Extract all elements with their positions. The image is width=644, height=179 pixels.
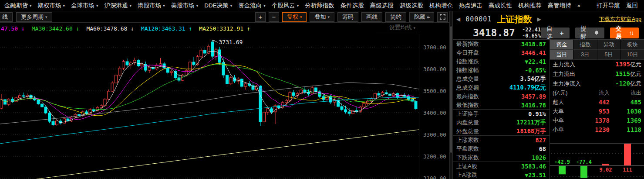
menu-item-个股风云[interactable]: 个股风云▾ <box>272 2 299 10</box>
tab-3日[interactable]: 3日 <box>573 50 597 60</box>
flow-unit: 亿元 <box>630 61 641 69</box>
chevron-down-icon: ▾ <box>163 3 165 8</box>
data-row-value: 827 <box>536 137 546 144</box>
adjust-button[interactable]: 复权▾ <box>282 12 307 22</box>
data-row-今日开盘: 今日开盘3446.41 <box>453 48 550 57</box>
ma-indicator-row: 47.50 ↓MA30:3442.60 ↓MA60:3478.68 ↓MA120… <box>0 23 449 34</box>
svg-text:3300.00: 3300.00 <box>423 131 446 138</box>
menu-item-机构增仓[interactable]: 机构增仓 <box>429 2 453 10</box>
menu-item-返回[interactable]: 返回 <box>626 2 638 10</box>
more-periods-dropdown[interactable]: 更多周期 ▾ <box>16 12 52 22</box>
data-row-平盘家数: 平盘家数68 <box>453 145 550 153</box>
data-row-value: 18168万手 <box>516 127 546 135</box>
data-row-内盘总量: 内盘总量17211万手 <box>453 118 550 127</box>
menu-item-热点追击[interactable]: 热点追击 <box>459 2 482 10</box>
data-row-label: 指数涨幅 <box>456 66 479 74</box>
menu-item-DDE决策[interactable]: DDE决策▾ <box>204 2 232 10</box>
menu-item-港股市场[interactable]: 港股市场▾ <box>138 2 165 10</box>
outflow-value: 485 <box>610 99 641 106</box>
tab-板块[interactable]: 板块 <box>621 40 644 50</box>
bar-chart-svg: -42.9-77.49.02111 <box>550 143 644 178</box>
menu-item-全球市场[interactable]: 全球市场▾ <box>71 2 98 10</box>
alert-button[interactable]: 提醒 <box>575 28 604 38</box>
chart-toolbar: 线 更多周期 ▾ +−复权▾叠加▾筹码画线简约隐藏▸▸ <box>0 11 449 23</box>
tab-资金[interactable]: 资金 <box>550 40 573 50</box>
panel-scrollbar[interactable] <box>449 11 453 179</box>
tab-当日[interactable]: 当日 <box>550 50 573 60</box>
data-row-label: 平盘家数 <box>456 145 479 153</box>
data-row-value: 1026 <box>532 154 546 161</box>
flow-period-tabs: 当日3日5日10日 <box>550 50 644 60</box>
tab-指数[interactable]: 指数 <box>573 40 597 50</box>
data-row-label: 下跌家数 <box>456 154 479 162</box>
flow-size-label: 大单 <box>553 107 578 115</box>
flow-amount: 1515 <box>615 70 630 77</box>
menu-item-美股市场[interactable]: 美股市场▾ <box>171 2 199 10</box>
ma-label: MA30:3442.60 ↓ <box>32 25 80 32</box>
menu-overflow-icon[interactable]: » <box>577 2 580 9</box>
menu-item-分析师指数[interactable]: 分析师指数 <box>305 2 334 10</box>
bar-value-label: 111 <box>623 167 632 173</box>
tab-10日[interactable]: 10日 <box>621 50 644 60</box>
watch-label: 自选 <box>546 25 557 41</box>
stock-name: 上证指数 <box>497 14 532 25</box>
data-row-外盘总量: 外盘总量18168万手 <box>453 127 550 136</box>
menu-item-超级选股[interactable]: 超级选股 <box>400 2 423 10</box>
menu-item-沪深港通[interactable]: 沪深港通▾ <box>105 2 132 10</box>
stock-terminal: 金融期货▾期权市场▾全球市场▾沪深港通▾港股市场▾美股市场▾DDE决策▾资金流向… <box>0 0 644 179</box>
prev-stock-arrow-icon[interactable]: ◀ <box>456 16 460 22</box>
fullscreen-button[interactable] <box>437 12 448 22</box>
draw-line-button[interactable]: 画线 <box>361 12 382 22</box>
inflow-value: 953 <box>578 108 610 115</box>
menu-item-期权市场[interactable]: 期权市场▾ <box>38 2 65 10</box>
tab-异动[interactable]: 异动 <box>597 40 621 50</box>
download-app-link[interactable]: 下载东方财富App <box>599 16 641 23</box>
hide-panel-button[interactable]: 隐藏▸▸ <box>409 12 434 22</box>
zoom-in-button[interactable]: + <box>255 12 266 22</box>
menu-item-高级选股[interactable]: 高级选股 <box>370 2 394 10</box>
net-flow-bar-chart: -42.9-77.49.02111 <box>550 143 644 179</box>
scrollbar-thumb[interactable] <box>450 26 452 153</box>
flow-row-value: 1515亿元 <box>615 70 641 78</box>
chips-button[interactable]: 筹码 <box>337 12 358 22</box>
tab-5日[interactable]: 5日 <box>597 50 621 60</box>
period-tab-cut[interactable]: 线 <box>0 12 13 22</box>
chevron-down-icon: ▾ <box>196 3 199 8</box>
stock-code: 000001 <box>465 15 492 23</box>
ma-settings-dropdown[interactable]: 设置均线 ▾ <box>376 24 417 33</box>
data-row-value: 68 <box>539 145 546 152</box>
main-flow-rows: 主力流入1395亿元主力流出1515亿元主力净流入-120亿元 <box>550 60 644 89</box>
data-row-label: 上涨家数 <box>456 136 479 144</box>
menu-item-打开导航[interactable]: 打开导航 <box>597 2 620 10</box>
ma-label: MA120:3463.31 ↑ <box>141 25 192 32</box>
outflow-value: 1030 <box>610 108 641 115</box>
overlay-button[interactable]: 叠加▾ <box>310 12 334 22</box>
flow-size-label: 小单 <box>553 126 578 134</box>
chevron-down-icon: ▾ <box>96 3 98 8</box>
flow-col-header: 流入 <box>578 90 610 97</box>
change-value: -22.41 <box>522 27 541 33</box>
flow-row-label: 主力流入 <box>553 61 575 69</box>
inflow-value: 442 <box>578 99 610 106</box>
simple-mode-button[interactable]: 简约 <box>385 12 406 22</box>
more-periods-label: 更多周期 <box>21 13 44 21</box>
menu-item-金融期货[interactable]: 金融期货▾ <box>4 2 32 10</box>
change-percent: -0.65% <box>522 33 541 39</box>
menu-item-机构推荐[interactable]: 机构推荐 <box>518 2 542 10</box>
next-stock-arrow-icon[interactable]: ▶ <box>537 16 541 22</box>
menu-item-条件选股[interactable]: 条件选股 <box>341 2 364 10</box>
expand-icon <box>440 14 445 20</box>
chevron-down-icon: ▾ <box>230 3 233 8</box>
bar-value-label: -77.4 <box>576 159 592 165</box>
data-row-上涨家数: 上涨家数827 <box>453 136 550 145</box>
bell-icon <box>594 30 599 35</box>
zoom-out-button[interactable]: − <box>269 12 279 22</box>
add-watchlist-button[interactable]: 自选 + <box>541 28 569 38</box>
data-row-指数涨幅: 指数涨幅-0.65% <box>453 66 550 75</box>
menu-item-资金流向[interactable]: 资金流向▾ <box>238 2 266 10</box>
trade-button[interactable]: 交易 ↑↓ <box>610 28 639 38</box>
menu-item-高管增持[interactable]: 高管增持 <box>548 2 571 10</box>
flow-row-主力流出: 主力流出1515亿元 <box>550 69 644 79</box>
menu-item-高成长性[interactable]: 高成长性 <box>489 2 512 10</box>
candlestick-chart[interactable]: 3700.003600.003500.003400.003300.003200.… <box>0 34 449 179</box>
